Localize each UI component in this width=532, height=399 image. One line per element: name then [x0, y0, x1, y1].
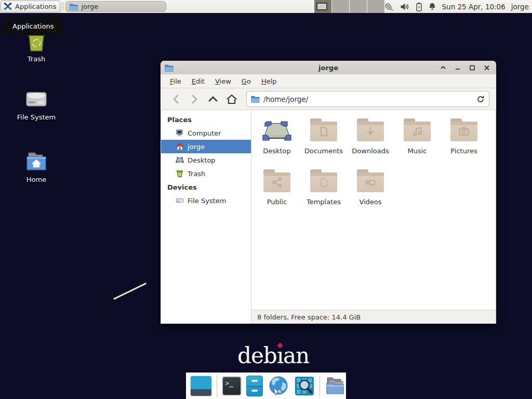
folder-documents-icon	[310, 117, 338, 142]
mouse-device-icon[interactable]	[384, 2, 394, 11]
file-item-desktop[interactable]: Desktop	[255, 117, 299, 168]
file-system-folders-icon[interactable]	[324, 376, 346, 396]
workspace-1-active[interactable]	[314, 0, 332, 13]
file-item-pictures[interactable]: Pictures	[442, 117, 486, 168]
taskbar-window-label: jorge	[81, 3, 98, 10]
file-label: Templates	[307, 198, 341, 206]
workspace-4[interactable]	[367, 0, 385, 13]
home-icon	[176, 142, 184, 151]
sidebar-label: jorge	[188, 143, 205, 151]
file-icon-view: Desktop Documents	[251, 110, 496, 310]
bottom-dock: >_	[186, 373, 346, 399]
hard-drive-icon	[176, 196, 184, 205]
devices-header: Devices	[161, 180, 251, 194]
file-item-public[interactable]: Public	[255, 168, 299, 219]
menu-file[interactable]: File	[165, 75, 187, 87]
path-folder-icon	[251, 95, 260, 103]
file-cabinet-icon[interactable]	[246, 376, 263, 396]
menu-go[interactable]: Go	[236, 75, 256, 87]
path-text[interactable]: /home/jorge/	[263, 95, 473, 103]
file-label: Desktop	[263, 147, 291, 155]
applications-menu-label: Applications	[15, 3, 56, 10]
sidebar-label: Desktop	[188, 156, 216, 164]
sidebar-item-trash[interactable]: Trash	[161, 167, 251, 180]
panel-username[interactable]: jorge	[511, 3, 529, 11]
folder-pictures-icon	[450, 117, 478, 142]
maximize-button[interactable]	[467, 62, 477, 73]
reload-icon[interactable]	[476, 95, 485, 103]
minimize-button[interactable]	[453, 62, 463, 73]
show-desktop-icon[interactable]	[190, 376, 212, 396]
xfce-menu-icon	[3, 2, 12, 11]
volume-icon[interactable]	[400, 3, 410, 11]
workspace-2[interactable]	[332, 0, 350, 13]
notification-bell-icon[interactable]	[428, 2, 436, 11]
file-label: Documents	[304, 147, 343, 155]
file-item-music[interactable]: Music	[395, 117, 440, 168]
desktop-icon-label: Home	[5, 176, 68, 183]
sidebar-label: Computer	[188, 129, 221, 137]
close-button[interactable]	[482, 62, 492, 73]
desktop-icon	[176, 156, 184, 164]
sidebar-item-computer[interactable]: Computer	[161, 126, 251, 140]
sidebar-item-filesystem[interactable]: File System	[161, 194, 251, 207]
back-button[interactable]	[167, 91, 184, 107]
shade-button[interactable]	[438, 62, 448, 73]
sidebar-label: File System	[188, 197, 226, 205]
system-tray: Sun 25 Apr, 10:06 jorge	[384, 0, 529, 13]
forward-button[interactable]	[186, 91, 203, 107]
file-label: Public	[267, 198, 287, 206]
desktop-icon-label: File System	[5, 113, 68, 121]
workspace-switcher[interactable]	[314, 0, 385, 13]
trash-icon	[176, 169, 184, 178]
folder-templates-icon	[310, 168, 338, 193]
up-button[interactable]	[205, 91, 221, 107]
terminal-icon[interactable]: >_	[222, 376, 242, 396]
sidebar-label: Trash	[188, 170, 205, 178]
app-finder-icon[interactable]	[294, 376, 315, 396]
battery-icon[interactable]	[416, 2, 422, 11]
home-folder-icon	[5, 150, 68, 174]
computer-icon	[176, 129, 184, 137]
folder-icon	[70, 3, 78, 10]
file-item-documents[interactable]: Documents	[301, 117, 346, 168]
desktop-icon-home[interactable]: Home	[5, 150, 68, 183]
logo-text: an	[283, 343, 309, 368]
sidebar-item-desktop[interactable]: Desktop	[161, 153, 251, 167]
applications-menu-button[interactable]: Applications	[1, 1, 60, 12]
location-bar[interactable]: /home/jorge/	[246, 91, 489, 107]
panel-grip[interactable]	[61, 3, 64, 10]
places-header: Places	[161, 113, 251, 126]
file-manager-window: jorge File Edit View Go Help	[160, 60, 497, 324]
workspace-3[interactable]	[350, 0, 367, 13]
folder-music-icon	[403, 117, 431, 142]
menubar: File Edit View Go Help	[161, 74, 496, 88]
file-label: Videos	[359, 198, 381, 206]
home-button[interactable]	[223, 91, 240, 107]
workspace-window-thumb	[316, 3, 327, 10]
file-label: Downloads	[352, 147, 389, 155]
folder-downloads-icon	[356, 117, 384, 142]
taskbar-window-button[interactable]: jorge	[65, 1, 166, 12]
folder-videos-icon	[356, 168, 384, 193]
panel-clock[interactable]: Sun 25 Apr, 10:06	[442, 3, 506, 11]
statusbar: 8 folders, Free space: 14.4 GiB	[251, 310, 496, 324]
menu-help[interactable]: Help	[256, 75, 282, 87]
sidebar-item-home-selected[interactable]: jorge	[161, 140, 251, 153]
file-item-videos[interactable]: Videos	[348, 168, 393, 219]
web-browser-icon[interactable]	[268, 375, 289, 397]
file-item-downloads[interactable]: Downloads	[348, 117, 393, 168]
menu-view[interactable]: View	[210, 75, 236, 87]
toolbar: /home/jorge/	[161, 88, 496, 110]
desktop-special-icon	[262, 117, 292, 142]
menu-edit[interactable]: Edit	[187, 75, 210, 87]
dock-separator	[217, 375, 217, 397]
top-panel: Applications jorge	[0, 0, 532, 13]
desktop-icon-label: Trash	[5, 55, 68, 63]
pointer-stroke	[113, 283, 147, 300]
file-item-templates[interactable]: Templates	[301, 168, 346, 219]
file-label: Pictures	[450, 147, 477, 155]
desktop-icon-filesystem[interactable]: File System	[5, 87, 68, 121]
file-label: Music	[408, 147, 427, 155]
window-titlebar[interactable]: jorge	[161, 61, 496, 74]
